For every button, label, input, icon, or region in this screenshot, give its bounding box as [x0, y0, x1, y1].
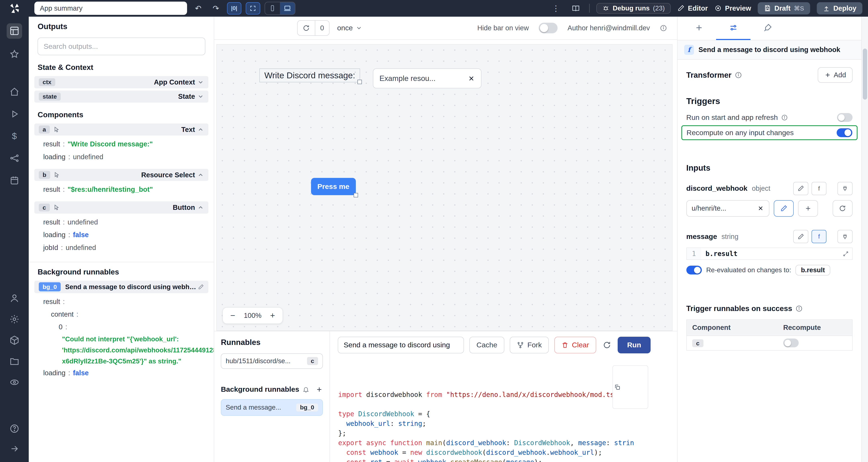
state-row[interactable]: state State	[34, 91, 208, 103]
deploy-button[interactable]: Deploy	[817, 2, 863, 14]
info-icon[interactable]	[781, 114, 788, 121]
chevron-up-icon[interactable]	[197, 126, 204, 133]
recompute-toggle[interactable]	[837, 128, 852, 137]
hide-bar-toggle[interactable]	[539, 23, 558, 33]
expand-editor-icon[interactable]	[843, 251, 852, 257]
code-editor[interactable]: import discordwebhook from "https://deno…	[330, 358, 677, 462]
redo-button[interactable]: ↷	[209, 2, 222, 14]
info-icon[interactable]	[796, 305, 803, 312]
add-transformer-button[interactable]: Add	[818, 67, 852, 83]
star-icon[interactable]	[7, 46, 22, 62]
chevron-up-icon[interactable]	[197, 172, 204, 178]
text-component[interactable]: Write Discord message:	[259, 68, 360, 82]
refresh-app-button[interactable]	[298, 21, 315, 35]
refresh-resource-button[interactable]	[833, 200, 852, 217]
recompute-component-toggle[interactable]	[783, 338, 799, 348]
component-settings-tab[interactable]	[716, 16, 750, 40]
settings-icon[interactable]	[7, 311, 22, 327]
scrollbar-thumb[interactable]	[863, 48, 867, 99]
component-type-label: Button	[173, 204, 195, 211]
ctx-row[interactable]: ctx App Context	[34, 76, 208, 88]
eval-mode-icon[interactable]: f	[811, 230, 827, 243]
static-edit-icon[interactable]	[793, 230, 808, 243]
undo-button[interactable]: ↶	[191, 2, 205, 14]
fullscreen-button[interactable]	[246, 2, 260, 14]
add-resource-button[interactable]	[798, 200, 818, 217]
connect-plug-icon[interactable]	[837, 182, 852, 195]
runnable-name-input[interactable]: Send a message to discord using	[338, 337, 464, 353]
fork-button[interactable]: Fork	[510, 337, 549, 353]
cache-button[interactable]: Cache	[469, 337, 504, 353]
user-icon[interactable]	[7, 290, 22, 306]
debug-runs-button[interactable]: Debug runs (23)	[596, 3, 671, 14]
preview-tab[interactable]: Preview	[714, 4, 751, 12]
editor-tab[interactable]: Editor	[677, 4, 708, 12]
debug-runs-label: Debug runs	[613, 4, 650, 12]
button-component[interactable]: Press me	[311, 178, 356, 195]
reevaluate-dependency-badge[interactable]: b.result	[796, 265, 830, 275]
eye-icon[interactable]	[7, 374, 22, 390]
reevaluate-toggle[interactable]	[686, 266, 702, 274]
search-outputs-input[interactable]	[38, 38, 205, 55]
chevron-down-icon[interactable]	[197, 79, 204, 86]
add-background-runnable-button[interactable]	[316, 386, 323, 393]
styling-tab[interactable]	[750, 16, 785, 40]
eval-mode-icon[interactable]: f	[811, 182, 827, 195]
static-edit-icon[interactable]	[793, 182, 808, 195]
desktop-view-button[interactable]	[280, 2, 295, 14]
docs-book-icon[interactable]	[569, 2, 583, 14]
info-icon[interactable]	[735, 71, 742, 79]
edit-icon[interactable]	[198, 284, 204, 290]
runs-icon[interactable]	[7, 106, 22, 122]
refresh-interval-dropdown[interactable]: once	[337, 24, 362, 32]
workers-icon[interactable]	[7, 332, 22, 348]
bg-runnable-header[interactable]: bg_0 Send a message to discord using web…	[34, 281, 208, 293]
clear-button[interactable]: Clear	[554, 337, 596, 353]
home-icon[interactable]	[7, 84, 22, 100]
zoom-in-button[interactable]: +	[265, 308, 280, 323]
run-button[interactable]: Run	[618, 337, 650, 353]
info-icon[interactable]	[660, 25, 667, 32]
variables-icon[interactable]: $	[7, 128, 22, 144]
clear-icon[interactable]	[757, 205, 764, 211]
resize-handle[interactable]	[353, 193, 358, 197]
resource-value-select[interactable]: u/henri/te...	[686, 200, 769, 217]
expand-sidebar-icon[interactable]	[7, 441, 22, 456]
refresh-run-button[interactable]	[602, 340, 612, 350]
folders-icon[interactable]	[7, 354, 22, 369]
mobile-view-button[interactable]	[265, 2, 280, 14]
runnable-hub-item[interactable]: hub/1511/discord/se... c	[221, 353, 323, 369]
vertical-scrollbar[interactable]	[861, 16, 868, 462]
pointer-icon	[53, 204, 60, 211]
component-a-header[interactable]: a Text	[34, 124, 208, 136]
output-row: loading: undefined	[29, 151, 214, 163]
connect-plug-icon[interactable]	[837, 230, 852, 243]
apps-icon[interactable]	[7, 23, 22, 39]
chevron-down-icon[interactable]	[197, 93, 204, 100]
run-on-start-toggle[interactable]	[837, 113, 852, 122]
runnable-bg-item-selected[interactable]: Send a message... bg_0	[221, 399, 323, 416]
draft-button[interactable]: Draft ⌘S	[758, 2, 810, 14]
zoom-out-button[interactable]: −	[225, 308, 241, 323]
pencil-icon	[780, 205, 787, 212]
schedules-icon[interactable]	[7, 172, 22, 188]
app-summary-input[interactable]	[34, 2, 187, 15]
chevron-up-icon[interactable]	[197, 204, 204, 211]
help-icon[interactable]	[7, 421, 22, 436]
plus-icon	[805, 205, 812, 212]
copy-code-icon[interactable]	[613, 365, 648, 409]
fit-to-view-button[interactable]: |0|	[227, 2, 242, 14]
component-c-header[interactable]: c Button	[34, 201, 208, 213]
app-canvas[interactable]: Write Discord message: Example resou... …	[216, 44, 673, 331]
resources-icon[interactable]	[7, 151, 22, 166]
resource-select-component[interactable]: Example resou...	[373, 68, 482, 88]
component-b-header[interactable]: b Resource Select	[34, 169, 208, 181]
more-menu-button[interactable]: ⋮	[549, 2, 563, 14]
resize-handle[interactable]	[358, 80, 362, 84]
insert-component-tab[interactable]	[682, 16, 716, 40]
clear-selection-icon[interactable]	[468, 75, 475, 82]
runnables-title: Runnables	[221, 338, 323, 347]
windmill-logo[interactable]	[9, 0, 20, 16]
edit-resource-button[interactable]	[774, 200, 794, 217]
expression-editor[interactable]: 1 b.result	[686, 248, 852, 260]
